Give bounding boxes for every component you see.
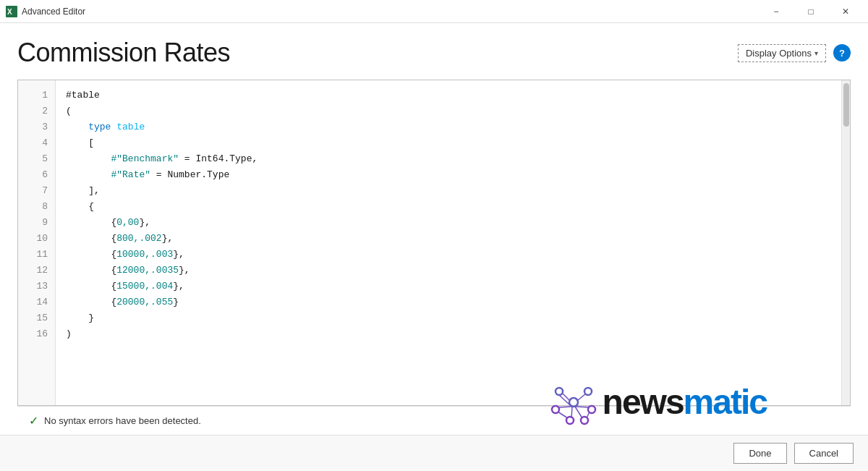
line-number: 2 [33, 103, 48, 119]
code-line: #"Rate" = Number.Type [66, 167, 831, 183]
line-number: 9 [33, 215, 48, 231]
line-numbers: 12345678910111213141516 [18, 80, 56, 405]
app-title: Advanced Editor [22, 7, 85, 17]
title-bar: X Advanced Editor − □ ✕ [0, 0, 868, 23]
display-options-label: Display Options [746, 48, 812, 59]
editor-inner: 12345678910111213141516 #table( type tab… [18, 80, 850, 405]
svg-text:X: X [7, 8, 12, 16]
code-line: ], [66, 183, 831, 199]
line-number: 16 [33, 326, 48, 342]
code-area[interactable]: #table( type table [ #"Benchmark" = Int6… [56, 80, 841, 405]
line-number: 4 [33, 135, 48, 151]
title-bar-controls: − □ ✕ [760, 0, 862, 23]
code-line: type table [66, 119, 831, 135]
status-bar: ✓ No syntax errors have been detected. [17, 406, 851, 435]
line-number: 5 [33, 151, 48, 167]
excel-icon: X [6, 6, 17, 17]
minimize-button[interactable]: − [760, 0, 793, 23]
page-title: Commission Rates [17, 38, 230, 68]
code-line: ( [66, 103, 831, 119]
header-row: Commission Rates Display Options ▾ ? [17, 38, 851, 68]
code-line: { [66, 199, 831, 215]
line-number: 7 [33, 183, 48, 199]
help-button[interactable]: ? [833, 44, 851, 61]
display-options-button[interactable]: Display Options ▾ [738, 44, 826, 62]
cancel-button[interactable]: Cancel [794, 443, 854, 464]
line-number: 13 [33, 279, 48, 294]
code-line: {12000,.0035}, [66, 263, 831, 279]
bottom-bar: Done Cancel [0, 435, 868, 471]
maximize-button[interactable]: □ [794, 0, 827, 23]
line-number: 1 [33, 88, 48, 103]
code-line: {0,00}, [66, 215, 831, 231]
line-number: 6 [33, 167, 48, 183]
line-number: 14 [33, 294, 48, 310]
check-icon: ✓ [29, 414, 38, 428]
line-number: 10 [33, 231, 48, 247]
line-number: 12 [33, 263, 48, 279]
code-line: #table [66, 88, 831, 103]
close-button[interactable]: ✕ [829, 0, 862, 23]
main-content: Commission Rates Display Options ▾ ? 123… [0, 23, 868, 435]
scrollbar-track[interactable] [841, 80, 850, 405]
scrollbar-thumb[interactable] [843, 83, 849, 127]
code-line: {20000,.055} [66, 294, 831, 310]
title-bar-left: X Advanced Editor [6, 6, 85, 17]
code-editor[interactable]: 12345678910111213141516 #table( type tab… [17, 80, 851, 406]
status-message: No syntax errors have been detected. [44, 415, 201, 426]
code-line: {10000,.003}, [66, 247, 831, 263]
chevron-down-icon: ▾ [814, 49, 818, 57]
done-button[interactable]: Done [733, 443, 786, 464]
code-line: #"Benchmark" = Int64.Type, [66, 151, 831, 167]
line-number: 15 [33, 310, 48, 326]
code-line: ) [66, 326, 831, 342]
code-line: {800,.002}, [66, 231, 831, 247]
line-number: 3 [33, 119, 48, 135]
code-line: } [66, 310, 831, 326]
line-number: 11 [33, 247, 48, 263]
line-number: 8 [33, 199, 48, 215]
header-actions: Display Options ▾ ? [738, 44, 851, 62]
code-line: [ [66, 135, 831, 151]
code-line: {15000,.004}, [66, 279, 831, 294]
